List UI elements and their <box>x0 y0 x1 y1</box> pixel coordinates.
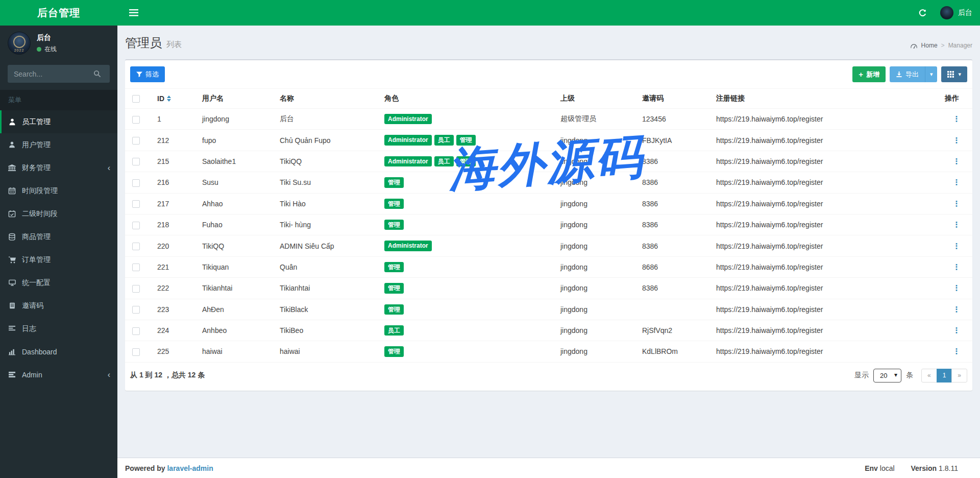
grid-box: 筛选 + 新增 导出 <box>125 59 972 391</box>
cell-register-link: https://219.haiwaiym6.top/register <box>712 235 941 256</box>
cell-parent: jingdong <box>556 151 638 172</box>
row-actions-icon[interactable]: ⋮ <box>953 199 961 208</box>
row-actions-icon[interactable]: ⋮ <box>953 283 961 292</box>
row-actions-icon[interactable]: ⋮ <box>953 305 961 314</box>
filter-button[interactable]: 筛选 <box>130 66 165 82</box>
cell-invite-code: 8386 <box>638 214 712 235</box>
export-button-group: 导出 ▾ <box>890 66 938 82</box>
row-actions-icon[interactable]: ⋮ <box>953 220 961 229</box>
cell-roles: 管理 <box>380 214 556 235</box>
sidebar-item-admin[interactable]: Admin ‹ <box>0 363 117 386</box>
pagination-next[interactable]: » <box>951 369 967 383</box>
sidebar-item-invite-codes[interactable]: 邀请码 <box>0 294 117 317</box>
sidebar-menu: 员工管理 用户管理 财务管理 ‹ 时间段管理 <box>0 110 117 478</box>
row-checkbox[interactable] <box>132 243 140 250</box>
export-dropdown-caret[interactable]: ▾ <box>925 66 938 82</box>
select-all-checkbox[interactable] <box>132 95 140 103</box>
bar-chart-icon <box>8 348 16 355</box>
cell-id: 216 <box>153 172 198 193</box>
row-checkbox[interactable] <box>132 158 140 165</box>
pagination-prev[interactable]: « <box>921 369 937 383</box>
sort-icon[interactable] <box>167 95 171 102</box>
cell-id: 223 <box>153 299 198 320</box>
search-icon[interactable] <box>93 68 107 80</box>
column-header-name: 名称 <box>276 89 380 109</box>
row-checkbox[interactable] <box>132 116 140 124</box>
pagination-page-1[interactable]: 1 <box>937 369 952 383</box>
brand-logo[interactable]: 后台管理 <box>0 0 117 26</box>
table-header-row: ID 用户名 名称 角色 上级 邀请码 注册链接 操作 <box>125 89 972 109</box>
cell-invite-code: FBJKytIA <box>638 130 712 151</box>
navbar-user-label: 后台 <box>958 8 972 17</box>
row-actions-icon[interactable]: ⋮ <box>953 262 961 271</box>
row-actions-icon[interactable]: ⋮ <box>953 157 961 165</box>
per-page-select[interactable]: 20 <box>873 369 901 383</box>
cell-id: 212 <box>153 130 198 151</box>
sidebar-item-finance[interactable]: 财务管理 ‹ <box>0 156 117 179</box>
sidebar-item-orders[interactable]: 订单管理 <box>0 248 117 271</box>
role-badge: 员工 <box>434 135 454 145</box>
table-row: 224AnhbeoTikiBeo员工jingdongRjSfVqn2https:… <box>125 320 972 341</box>
sidebar-item-sub-timeslots[interactable]: 二级时间段 <box>0 202 117 225</box>
cell-invite-code: 123456 <box>638 109 712 130</box>
role-badge: 管理 <box>456 156 476 166</box>
row-checkbox[interactable] <box>132 285 140 293</box>
content: 管理员 列表 Home > Manager <box>117 26 980 458</box>
column-header-id: ID <box>157 94 164 103</box>
sidebar-item-label: 商品管理 <box>22 232 51 242</box>
per-page-label-prefix: 显示 <box>854 371 869 380</box>
sidebar-item-logs[interactable]: 日志 <box>0 317 117 340</box>
row-checkbox[interactable] <box>132 306 140 314</box>
row-actions-icon[interactable]: ⋮ <box>953 326 961 334</box>
table-row: 216SusuTiki Su.su管理jingdong8386https://2… <box>125 172 972 193</box>
row-actions-icon[interactable]: ⋮ <box>953 242 961 250</box>
user-status[interactable]: 在线 <box>37 45 57 54</box>
cell-name: Chủ Quản Fupo <box>276 130 380 151</box>
navbar-user-menu[interactable]: 后台 <box>940 6 972 19</box>
breadcrumb-home-link[interactable]: Home <box>921 42 938 49</box>
row-checkbox[interactable] <box>132 200 140 208</box>
sidebar-item-products[interactable]: 商品管理 <box>0 225 117 248</box>
cell-invite-code: 8386 <box>638 235 712 256</box>
row-actions-icon[interactable]: ⋮ <box>953 136 961 145</box>
cell-invite-code <box>638 299 712 320</box>
row-checkbox[interactable] <box>132 222 140 229</box>
sidebar-item-label: 日志 <box>22 324 36 333</box>
page-subtitle: 列表 <box>166 40 182 50</box>
sidebar-item-dashboard[interactable]: Dashboard <box>0 340 117 363</box>
sidebar-item-timeslots[interactable]: 时间段管理 <box>0 179 117 202</box>
bank-icon <box>8 164 16 172</box>
cell-parent: jingdong <box>556 278 638 299</box>
row-checkbox[interactable] <box>132 264 140 271</box>
cell-name: 后台 <box>276 109 380 130</box>
refresh-icon[interactable] <box>918 9 927 17</box>
sidebar-item-label: 时间段管理 <box>22 186 58 196</box>
cell-register-link: https://219.haiwaiym6.top/register <box>712 256 941 277</box>
row-checkbox[interactable] <box>132 348 140 356</box>
grid-icon <box>947 71 954 78</box>
row-checkbox[interactable] <box>132 137 140 145</box>
row-checkbox[interactable] <box>132 179 140 187</box>
cell-parent: jingdong <box>556 320 638 341</box>
member-icon <box>8 118 16 126</box>
sidebar-item-staff[interactable]: 员工管理 <box>0 110 117 133</box>
cell-id: 218 <box>153 214 198 235</box>
user-status-label: 在线 <box>44 45 57 54</box>
sidebar-item-settings[interactable]: 统一配置 <box>0 271 117 294</box>
export-button[interactable]: 导出 <box>890 66 925 82</box>
add-new-button[interactable]: + 新增 <box>852 66 886 82</box>
laravel-admin-link[interactable]: laravel-admin <box>167 464 213 472</box>
keypad-icon <box>8 302 16 309</box>
row-actions-icon[interactable]: ⋮ <box>953 178 961 186</box>
row-actions-icon[interactable]: ⋮ <box>953 114 961 123</box>
table-row: 1jingdong后台Administrator超级管理员123456https… <box>125 109 972 130</box>
user-panel: 2022 后台 在线 <box>0 26 117 62</box>
role-badge: 管理 <box>384 304 404 315</box>
column-selector-button[interactable]: ▾ <box>941 66 967 82</box>
sidebar-toggle-icon[interactable] <box>125 6 142 19</box>
cell-parent: jingdong <box>556 341 638 362</box>
row-actions-icon[interactable]: ⋮ <box>953 347 961 355</box>
row-checkbox[interactable] <box>132 327 140 335</box>
sidebar-item-users[interactable]: 用户管理 <box>0 133 117 156</box>
download-icon <box>896 71 902 78</box>
